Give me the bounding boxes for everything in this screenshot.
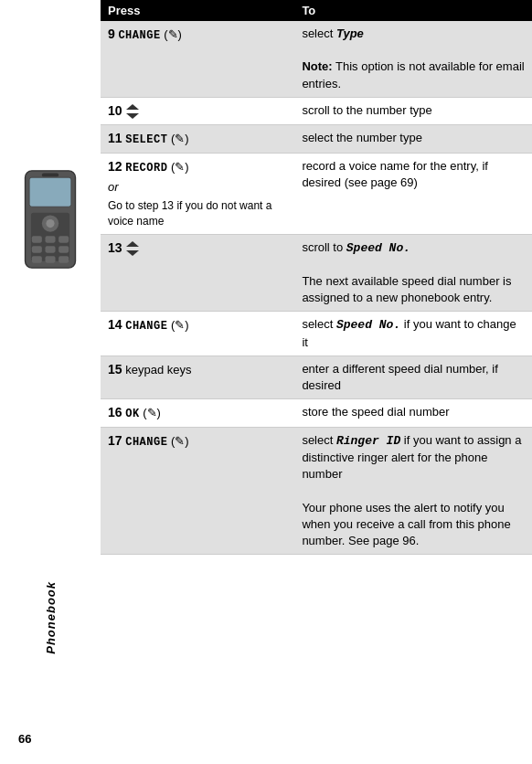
to-extra-text: Your phone uses the alert to notify you … — [302, 501, 510, 547]
table-row: 14 CHANGE (✎)select Speed No. if you wan… — [101, 312, 532, 355]
svg-rect-13 — [59, 256, 69, 262]
to-text: select — [302, 27, 336, 40]
svg-rect-6 — [46, 236, 56, 242]
table-row: 10 scroll to the number type — [101, 97, 532, 125]
goto-text: Go to step 13 if you do not want a voice… — [108, 198, 287, 229]
svg-marker-16 — [126, 113, 139, 119]
to-text: enter a different speed dial number, if … — [302, 362, 497, 392]
to-cell: store the speed dial number — [294, 399, 532, 428]
command-text: SELECT — [125, 133, 167, 146]
to-cell: record a voice name for the entry, if de… — [294, 154, 532, 235]
left-sidebar: Phonebook 66 — [0, 0, 101, 764]
svg-rect-1 — [29, 177, 71, 207]
phone-image — [14, 164, 87, 274]
press-cell: 13 — [101, 234, 294, 312]
press-cell: 12 RECORD (✎)orGo to step 13 if you do n… — [101, 154, 294, 235]
row-number: 11 — [108, 131, 122, 145]
phonebook-label: Phonebook — [44, 581, 58, 654]
press-cell: 11 SELECT (✎) — [101, 125, 294, 154]
to-text: record a voice name for the entry, if de… — [302, 159, 488, 189]
press-cell: 10 — [101, 97, 294, 125]
to-italic-bold: Ringer ID — [336, 434, 400, 448]
command-text: OK — [125, 408, 139, 420]
svg-marker-15 — [126, 104, 139, 110]
table-row: 9 CHANGE (✎)select TypeNote: This option… — [101, 21, 532, 97]
to-text: store the speed dial number — [302, 405, 449, 419]
to-cell: select the number type — [294, 125, 532, 154]
svg-rect-5 — [32, 236, 42, 242]
vertical-label-container: Phonebook — [0, 581, 101, 654]
press-header: Press — [101, 0, 294, 21]
row-number: 16 — [108, 405, 122, 419]
to-text: scroll to — [302, 240, 346, 254]
row-number: 15 — [108, 362, 122, 377]
press-cell: 15 keypad keys — [101, 355, 294, 398]
command-text: CHANGE — [118, 29, 160, 42]
table-row: 12 RECORD (✎)orGo to step 13 if you do n… — [101, 154, 532, 235]
press-cell: 16 OK (✎) — [101, 399, 294, 428]
row-number: 13 — [108, 240, 122, 255]
to-extra-text: The next available speed dial number is … — [302, 274, 511, 304]
main-content: Press To 9 CHANGE (✎)select TypeNote: Th… — [101, 0, 532, 764]
instructions-table: Press To 9 CHANGE (✎)select TypeNote: Th… — [101, 0, 532, 555]
to-text: select the number type — [302, 131, 422, 144]
to-header: To — [294, 0, 532, 21]
table-row: 17 CHANGE (✎)select Ringer ID if you wan… — [101, 428, 532, 555]
command-text: RECORD — [125, 162, 167, 175]
to-italic-bold: Speed No. — [336, 318, 400, 332]
row-number: 14 — [108, 317, 122, 332]
press-cell: 17 CHANGE (✎) — [101, 428, 294, 555]
to-cell: select TypeNote: This option is not avai… — [294, 21, 532, 97]
table-row: 11 SELECT (✎)select the number type — [101, 125, 532, 154]
table-header: Press To — [101, 0, 532, 21]
to-cell: select Ringer ID if you want to assign a… — [294, 428, 532, 555]
to-cell: scroll to Speed No.The next available sp… — [294, 234, 532, 312]
svg-rect-8 — [32, 246, 42, 252]
press-cell: 9 CHANGE (✎) — [101, 21, 294, 97]
svg-rect-10 — [59, 246, 69, 252]
row-number: 10 — [108, 103, 122, 118]
row-number: 17 — [108, 433, 122, 448]
svg-marker-18 — [126, 250, 139, 256]
row-number: 9 — [108, 27, 115, 41]
svg-point-4 — [46, 219, 54, 228]
table-row: 15 keypad keysenter a different speed di… — [101, 355, 532, 398]
svg-rect-14 — [42, 174, 59, 177]
table-row: 16 OK (✎)store the speed dial number — [101, 399, 532, 428]
to-italic-bold: Speed No. — [346, 241, 410, 255]
to-cell: select Speed No. if you want to change i… — [294, 312, 532, 355]
note-text: This option is not available for email e… — [302, 59, 524, 90]
to-cell: enter a different speed dial number, if … — [294, 355, 532, 398]
svg-rect-11 — [32, 256, 42, 262]
press-cell: 14 CHANGE (✎) — [101, 312, 294, 355]
to-italic: Type — [336, 27, 364, 40]
to-text: select — [302, 317, 336, 331]
to-text: scroll to the number type — [302, 103, 431, 117]
or-label: or — [108, 179, 287, 196]
to-text: select — [302, 433, 336, 447]
row-number: 12 — [108, 159, 122, 174]
table-row: 13 scroll to Speed No.The next available… — [101, 234, 532, 312]
command-text: CHANGE — [125, 320, 167, 333]
note-bold: Note: — [302, 59, 332, 73]
svg-rect-12 — [46, 256, 56, 262]
svg-rect-9 — [46, 246, 56, 252]
to-cell: scroll to the number type — [294, 97, 532, 125]
page-number: 66 — [18, 732, 31, 746]
svg-rect-7 — [59, 236, 69, 242]
svg-marker-17 — [126, 241, 139, 247]
command-text: CHANGE — [125, 436, 167, 449]
